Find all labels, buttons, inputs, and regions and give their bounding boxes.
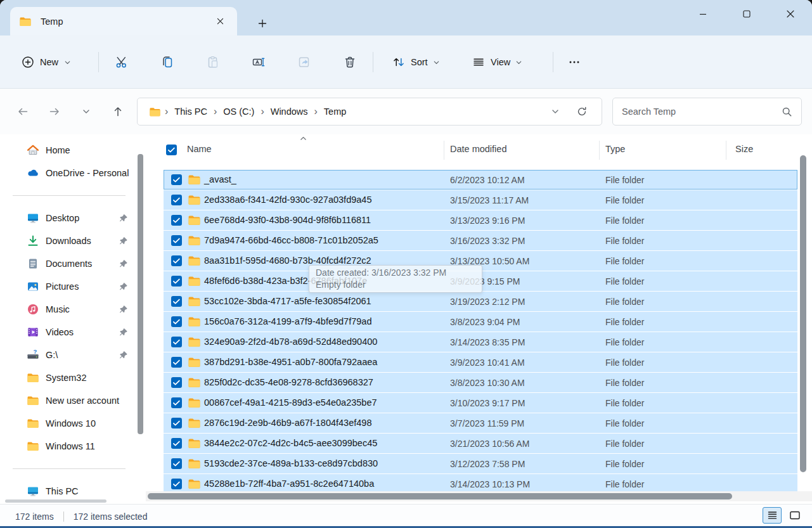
- minimize-button[interactable]: [681, 0, 725, 28]
- row-checkbox[interactable]: [171, 337, 182, 347]
- view-button[interactable]: View: [465, 50, 529, 74]
- copy-button[interactable]: [155, 49, 180, 75]
- pin-icon: [119, 236, 128, 245]
- chevron-down-icon: [64, 59, 71, 66]
- table-row[interactable]: _avast_ 6/2/2023 10:12 AM File folder: [164, 170, 797, 190]
- sidebar-item-downloads[interactable]: Downloads: [0, 229, 134, 252]
- sidebar-item-videos[interactable]: Videos: [0, 321, 134, 344]
- file-date-modified: 3/13/2023 9:16 PM: [450, 216, 525, 226]
- row-checkbox[interactable]: [171, 174, 182, 185]
- sidebar-item-g[interactable]: ? G:\: [0, 344, 134, 366]
- sidebar-item-system32[interactable]: System32: [0, 366, 134, 389]
- horizontal-scrollbar-thumb[interactable]: [148, 493, 732, 499]
- column-header-size[interactable]: Size: [735, 144, 753, 154]
- sidebar-item-onedrive-personal[interactable]: OneDrive - Personal: [0, 162, 134, 184]
- row-checkbox[interactable]: [171, 438, 182, 449]
- table-row[interactable]: 6ee768d4-93f0-43b8-904d-9f8f6b116811 3/1…: [164, 210, 797, 230]
- sidebar-item-documents[interactable]: Documents: [0, 252, 134, 275]
- file-name: 45288e1b-72ff-4ba7-a951-8c2e647140ba: [204, 479, 374, 489]
- row-checkbox[interactable]: [171, 195, 182, 205]
- row-checkbox[interactable]: [171, 235, 182, 246]
- column-header-name[interactable]: Name: [187, 144, 212, 154]
- row-checkbox[interactable]: [171, 418, 182, 428]
- sidebar-item-windows-11[interactable]: Windows 11: [0, 435, 134, 458]
- table-row[interactable]: 387bd291-b38e-4951-a0b7-800fa792aaea 3/9…: [164, 352, 797, 372]
- rename-button[interactable]: [246, 49, 271, 75]
- new-tab-button[interactable]: [252, 15, 273, 32]
- large-icons-view-button[interactable]: [785, 507, 804, 524]
- horizontal-scrollbar-track[interactable]: [146, 491, 812, 501]
- folder-icon: [188, 254, 201, 267]
- paste-button[interactable]: [200, 49, 226, 75]
- search-icon[interactable]: [782, 106, 792, 117]
- column-header-type[interactable]: Type: [605, 144, 625, 154]
- row-checkbox[interactable]: [171, 397, 182, 408]
- table-row[interactable]: 3844e2c2-07c2-4d2c-b4c5-aee3099bec45 3/2…: [164, 434, 797, 453]
- delete-button[interactable]: [337, 49, 363, 75]
- details-view-button[interactable]: [763, 507, 782, 524]
- navigation-pane: Home OneDrive - Personal Desktop Downloa…: [0, 134, 134, 504]
- file-type: File folder: [605, 297, 644, 307]
- back-button[interactable]: [8, 99, 38, 124]
- close-button[interactable]: [768, 0, 812, 28]
- row-checkbox[interactable]: [171, 316, 182, 327]
- row-checkbox[interactable]: [171, 255, 182, 266]
- tab-temp[interactable]: Temp: [10, 7, 237, 35]
- more-options-button[interactable]: [562, 49, 587, 75]
- sidebar-horizontal-scrollbar[interactable]: [5, 499, 106, 503]
- vertical-scrollbar[interactable]: [800, 155, 806, 472]
- sort-arrows-icon: [392, 55, 406, 69]
- row-checkbox[interactable]: [171, 479, 182, 489]
- sidebar-vertical-scrollbar[interactable]: [138, 154, 143, 434]
- sidebar-item-music[interactable]: Music: [0, 298, 134, 321]
- sidebar-item-windows-10[interactable]: Windows 10: [0, 412, 134, 435]
- file-type: File folder: [605, 276, 644, 287]
- breadcrumb-item[interactable]: OS (C:): [218, 104, 259, 119]
- up-button[interactable]: [103, 99, 133, 124]
- folder-icon: [19, 15, 32, 28]
- sidebar-item-desktop[interactable]: Desktop: [0, 207, 134, 229]
- row-checkbox[interactable]: [171, 357, 182, 368]
- breadcrumb-item[interactable]: Temp: [319, 104, 351, 119]
- breadcrumb-item[interactable]: Windows: [266, 104, 313, 119]
- table-row[interactable]: 825f0d2c-dc35-4e08-9278-8cfd36968327 3/8…: [164, 373, 797, 392]
- sidebar-item-new-user-account[interactable]: New user account: [0, 389, 134, 412]
- onedrive-icon: [27, 167, 39, 179]
- row-checkbox[interactable]: [171, 296, 182, 307]
- table-row[interactable]: 2876c19d-2e9b-46b9-a67f-1804f43ef498 3/7…: [164, 413, 797, 433]
- folder-icon: [188, 335, 201, 349]
- file-name: 387bd291-b38e-4951-a0b7-800fa792aaea: [204, 357, 377, 367]
- sidebar-item-pictures[interactable]: Pictures: [0, 275, 134, 298]
- tab-bar: Temp: [0, 0, 812, 35]
- select-all-checkbox[interactable]: [166, 145, 177, 155]
- table-row[interactable]: 5193cde2-37ce-489a-b133-ce8d97cbd830 3/1…: [164, 454, 797, 473]
- table-row[interactable]: 7d9a9474-66bd-46cc-b808-71c01b2052a5 3/1…: [164, 231, 797, 250]
- table-row[interactable]: 2ed338a6-f341-42fd-930c-927a03fd9a45 3/1…: [164, 190, 797, 210]
- row-checkbox[interactable]: [171, 215, 182, 226]
- maximize-button[interactable]: [725, 0, 768, 28]
- cut-button[interactable]: [109, 49, 134, 75]
- toolbar-separator: [373, 52, 373, 72]
- table-row[interactable]: 324e90a9-2f2d-4b78-a69d-52d48ed90400 3/1…: [164, 332, 797, 352]
- table-row[interactable]: 00867cef-49a1-4215-89d3-e54e0a235be7 3/1…: [164, 393, 797, 413]
- address-bar[interactable]: ›This PC›OS (C:)›Windows›Temp: [137, 98, 602, 126]
- sort-button[interactable]: Sort: [385, 50, 446, 74]
- row-checkbox[interactable]: [171, 377, 182, 388]
- file-type: File folder: [605, 357, 644, 368]
- search-input[interactable]: [622, 106, 782, 117]
- row-checkbox[interactable]: [171, 458, 182, 469]
- address-dropdown-icon[interactable]: [542, 100, 569, 123]
- forward-button[interactable]: [39, 99, 70, 124]
- tab-close-icon[interactable]: [212, 13, 228, 30]
- new-button[interactable]: New: [14, 50, 79, 74]
- column-header-date-modified[interactable]: Date modified: [450, 144, 506, 154]
- sidebar-item-home[interactable]: Home: [0, 139, 134, 162]
- share-button[interactable]: [292, 49, 317, 75]
- table-row[interactable]: 53cc102e-3bda-4717-a5fe-fe30854f2061 3/1…: [164, 292, 797, 311]
- recent-locations-button[interactable]: [71, 99, 101, 124]
- refresh-icon[interactable]: [569, 100, 595, 123]
- row-checkbox[interactable]: [171, 276, 182, 287]
- breadcrumb-item[interactable]: This PC: [169, 104, 212, 119]
- sidebar-item-label: Home: [46, 145, 70, 155]
- table-row[interactable]: 156c0a76-312a-4199-a7f9-4bfe9d7f79ad 3/8…: [164, 312, 797, 332]
